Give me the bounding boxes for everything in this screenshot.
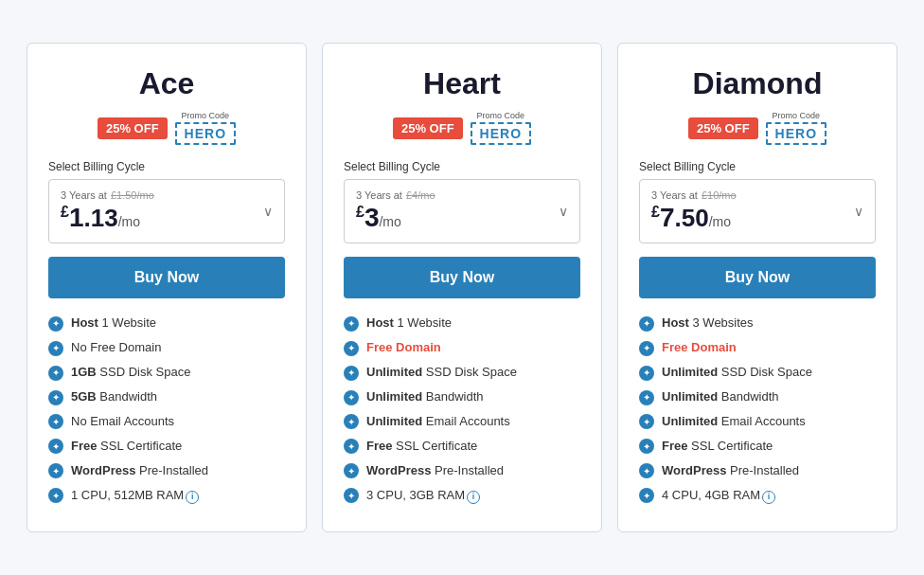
info-icon-ace-7[interactable]: i — [186, 491, 199, 504]
promo-row-heart: 25% OFFPromo CodeHERO — [344, 111, 580, 145]
feature-text-diamond-4: Unlimited Email Accounts — [662, 414, 806, 430]
feature-text-heart-7: 3 CPU, 3GB RAMi — [366, 488, 480, 504]
feature-text-heart-3: Unlimited Bandwidth — [366, 389, 484, 405]
billing-old-price-diamond: £10/mo — [702, 189, 737, 201]
feature-icon-ace-5: ✦ — [48, 439, 63, 454]
billing-select-ace[interactable]: 3 Years at £1.50/mo£1.13/mo∨ — [48, 179, 285, 243]
buy-button-diamond[interactable]: Buy Now — [639, 257, 876, 298]
feature-item-diamond-4: ✦Unlimited Email Accounts — [639, 414, 876, 430]
feature-item-diamond-6: ✦WordPress Pre-Installed — [639, 463, 876, 479]
feature-text-heart-0: Host 1 Website — [366, 315, 452, 332]
features-list-diamond: ✦Host 3 Websites✦Free Domain✦Unlimited S… — [639, 315, 876, 503]
feature-icon-heart-5: ✦ — [344, 439, 359, 454]
feature-icon-diamond-1: ✦ — [639, 341, 654, 356]
feature-icon-diamond-7: ✦ — [639, 488, 654, 503]
promo-label-ace: Promo Code — [182, 111, 230, 120]
feature-text-diamond-0: Host 3 Websites — [662, 315, 754, 332]
info-icon-diamond-7[interactable]: i — [762, 491, 775, 504]
price-main-ace: 1 — [69, 203, 84, 232]
feature-item-ace-2: ✦1GB SSD Disk Space — [48, 365, 285, 381]
plan-card-diamond: Diamond25% OFFPromo CodeHEROSelect Billi… — [617, 43, 897, 531]
feature-icon-heart-1: ✦ — [344, 341, 359, 356]
feature-icon-diamond-6: ✦ — [639, 463, 654, 478]
features-list-heart: ✦Host 1 Website✦Free Domain✦Unlimited SS… — [344, 315, 580, 503]
price-decimal-ace: .13 — [83, 204, 117, 232]
currency-symbol-heart: £ — [356, 205, 364, 221]
currency-symbol-ace: £ — [61, 205, 69, 221]
feature-item-diamond-2: ✦Unlimited SSD Disk Space — [639, 365, 876, 381]
feature-icon-diamond-2: ✦ — [639, 366, 654, 381]
promo-code-ace[interactable]: HERO — [175, 122, 236, 145]
billing-price-heart: £3/mo — [356, 203, 568, 233]
feature-text-diamond-7: 4 CPU, 4GB RAMi — [662, 488, 775, 504]
free-domain-link-diamond[interactable]: Free Domain — [662, 340, 737, 356]
free-domain-link-heart[interactable]: Free Domain — [366, 340, 441, 356]
promo-code-wrap-diamond: Promo CodeHERO — [766, 111, 826, 145]
buy-button-heart[interactable]: Buy Now — [344, 257, 580, 298]
price-mo-diamond: /mo — [709, 214, 731, 229]
feature-text-diamond-5: Free SSL Certificate — [662, 439, 773, 455]
billing-years-diamond: 3 Years at — [651, 189, 698, 201]
feature-text-diamond-6: WordPress Pre-Installed — [662, 463, 799, 479]
buy-button-ace[interactable]: Buy Now — [48, 257, 285, 298]
billing-select-diamond[interactable]: 3 Years at £10/mo£7.50/mo∨ — [639, 179, 876, 243]
feature-text-ace-4: No Email Accounts — [71, 414, 174, 430]
promo-label-diamond: Promo Code — [773, 111, 821, 120]
billing-select-heart[interactable]: 3 Years at £4/mo£3/mo∨ — [344, 179, 580, 243]
price-mo-ace: /mo — [118, 214, 140, 229]
feature-item-ace-6: ✦WordPress Pre-Installed — [48, 463, 285, 479]
billing-old-price-heart: £4/mo — [406, 189, 435, 201]
billing-top-diamond: 3 Years at £10/mo — [651, 189, 863, 201]
billing-price-ace: £1.13/mo — [61, 203, 273, 233]
promo-code-diamond[interactable]: HERO — [766, 122, 826, 145]
billing-years-heart: 3 Years at — [356, 189, 402, 201]
feature-icon-diamond-5: ✦ — [639, 439, 654, 454]
currency-symbol-diamond: £ — [651, 205, 660, 221]
plan-title-ace: Ace — [48, 66, 285, 101]
feature-text-heart-2: Unlimited SSD Disk Space — [366, 365, 517, 381]
off-badge-ace: 25% OFF — [98, 117, 168, 139]
feature-text-diamond-2: Unlimited SSD Disk Space — [662, 365, 812, 381]
billing-label-heart: Select Billing Cycle — [344, 160, 580, 173]
feature-item-heart-0: ✦Host 1 Website — [344, 315, 580, 332]
off-badge-diamond: 25% OFF — [688, 117, 758, 139]
price-decimal-diamond: .50 — [674, 204, 708, 232]
feature-icon-diamond-4: ✦ — [639, 414, 654, 429]
plan-card-ace: Ace25% OFFPromo CodeHEROSelect Billing C… — [27, 43, 307, 531]
feature-icon-ace-7: ✦ — [48, 488, 63, 503]
promo-row-diamond: 25% OFFPromo CodeHERO — [639, 111, 876, 145]
feature-icon-ace-3: ✦ — [48, 390, 63, 405]
plan-card-heart: Heart25% OFFPromo CodeHEROSelect Billing… — [322, 43, 602, 531]
features-list-ace: ✦Host 1 Website✦No Free Domain✦1GB SSD D… — [48, 315, 285, 503]
feature-icon-ace-6: ✦ — [48, 463, 63, 478]
feature-text-ace-0: Host 1 Website — [71, 315, 156, 332]
info-icon-heart-7[interactable]: i — [467, 491, 480, 504]
feature-item-heart-2: ✦Unlimited SSD Disk Space — [344, 365, 580, 381]
plan-title-diamond: Diamond — [639, 66, 876, 101]
feature-icon-ace-2: ✦ — [48, 366, 63, 381]
feature-icon-heart-6: ✦ — [344, 463, 359, 478]
chevron-down-icon-heart: ∨ — [559, 204, 568, 219]
feature-icon-heart-3: ✦ — [344, 390, 359, 405]
feature-item-heart-6: ✦WordPress Pre-Installed — [344, 463, 580, 479]
feature-text-ace-3: 5GB Bandwidth — [71, 389, 157, 405]
feature-item-heart-5: ✦Free SSL Certificate — [344, 439, 580, 455]
feature-item-heart-4: ✦Unlimited Email Accounts — [344, 414, 580, 430]
feature-icon-ace-0: ✦ — [48, 316, 63, 332]
feature-icon-ace-1: ✦ — [48, 341, 63, 356]
feature-item-ace-3: ✦5GB Bandwidth — [48, 389, 285, 405]
chevron-down-icon-diamond: ∨ — [854, 204, 863, 219]
feature-item-ace-4: ✦No Email Accounts — [48, 414, 285, 430]
feature-item-heart-7: ✦3 CPU, 3GB RAMi — [344, 488, 580, 504]
feature-icon-heart-4: ✦ — [344, 414, 359, 429]
promo-code-heart[interactable]: HERO — [471, 122, 531, 145]
feature-item-ace-0: ✦Host 1 Website — [48, 315, 285, 332]
feature-text-ace-2: 1GB SSD Disk Space — [71, 365, 190, 381]
feature-icon-diamond-0: ✦ — [639, 316, 654, 332]
feature-text-heart-4: Unlimited Email Accounts — [366, 414, 510, 430]
billing-top-ace: 3 Years at £1.50/mo — [61, 189, 273, 201]
plan-title-heart: Heart — [344, 66, 580, 101]
billing-top-heart: 3 Years at £4/mo — [356, 189, 568, 201]
feature-item-diamond-7: ✦4 CPU, 4GB RAMi — [639, 488, 876, 504]
feature-item-heart-3: ✦Unlimited Bandwidth — [344, 389, 580, 405]
